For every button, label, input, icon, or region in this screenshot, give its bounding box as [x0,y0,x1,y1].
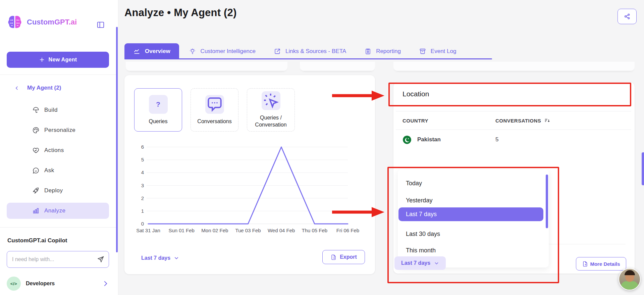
menu-item-this-month[interactable]: This month [398,244,543,257]
chevron-down-icon [434,261,439,266]
sidebar-item-developers[interactable]: </> Developers [7,277,109,291]
menu-item-last-7-days[interactable]: Last 7 days [398,207,543,221]
plus-icon [39,57,45,63]
sidebar-item-personalize[interactable]: Personalize [7,122,109,138]
tab-event-log[interactable]: Event Log [417,43,458,59]
location-card: Location COUNTRY CONVERSATIONS Pakistan5… [393,82,635,274]
sidebar-item-actions[interactable]: Actions [7,142,109,158]
location-range-dropdown[interactable]: Last 7 days [394,256,446,270]
sidebar-item-build[interactable]: Build [7,102,109,118]
sidebar-item-label: Build [44,107,58,113]
logo[interactable]: CustomGPT.ai [7,14,77,30]
menu-item-label: This month [406,247,436,254]
new-agent-label: New Agent [49,57,77,63]
report-icon [364,48,372,55]
x-tick-label: Sat 31 Jan [136,228,160,233]
page-scrollbar[interactable] [642,152,644,185]
ask-icon [32,167,40,174]
metric-toggle-label: Queries / Conversation [249,114,293,129]
metric-toggle-label: Queries [149,118,167,125]
copilot-input-wrap [7,251,109,268]
metric-toggle-conversations[interactable]: Conversations [191,88,238,132]
menu-item-label: Last 30 days [406,231,440,238]
actions-icon [32,147,40,154]
card-remnant [393,62,635,71]
user-avatar[interactable] [619,268,641,290]
tab-overview[interactable]: Overview [124,43,179,59]
chevron-right-icon [102,280,109,287]
more-details-button[interactable]: More Details [576,257,626,271]
y-tick-label: 5 [141,157,144,162]
pakistan-flag [402,135,412,144]
chart-range-label: Last 7 days [141,255,170,261]
menu-item-last-30-days[interactable]: Last 30 days [398,227,543,241]
menu-item-yesterday[interactable]: Yesterday [398,194,543,207]
chevron-left-icon [14,86,19,91]
menu-scrollbar[interactable] [546,175,548,228]
date-range-menu: TodayYesterdayLast 7 daysLast 30 daysThi… [398,169,549,267]
metric-toggle-queries-conversation[interactable]: Queries / Conversation [247,88,295,132]
column-header-country: COUNTRY [402,118,495,124]
send-icon[interactable] [97,256,104,263]
location-table: COUNTRY CONVERSATIONS Pakistan5 [396,111,631,149]
queries-chart-card: ?QueriesConversationsQueries / Conversat… [124,75,375,274]
build-icon [32,106,40,114]
new-agent-button[interactable]: New Agent [7,52,109,68]
more-details-label: More Details [590,261,620,267]
deploy-icon [32,187,40,194]
location-range-label: Last 7 days [401,260,430,266]
y-tick-label: 4 [141,169,144,175]
metric-toggle-queries[interactable]: ?Queries [134,88,182,132]
x-tick-label: Wed 04 Feb [268,228,295,233]
tab-bar: OverviewCustomer IntelligenceLinks & Sou… [124,43,473,59]
tab-label: Customer Intelligence [201,48,256,55]
export-label: Export [340,254,357,260]
code-icon: </> [7,277,21,291]
sidebar-item-ask[interactable]: Ask [7,162,109,179]
sidebar-item-label: Deploy [44,187,63,194]
avatar-shirt [621,281,638,290]
menu-item-today[interactable]: Today [398,177,543,190]
sidebar-item-analyze[interactable]: Analyze [7,203,109,219]
personalize-icon [32,127,40,134]
column-header-conversations: CONVERSATIONS [495,118,541,124]
x-tick-label: Fri 06 Feb [336,228,359,233]
y-tick-label: 6 [141,144,144,150]
copilot-input[interactable] [11,256,94,263]
analyze-icon [32,207,40,214]
metric-toggle-label: Conversations [197,118,231,125]
tab-links-sources-beta[interactable]: Links & Sources - BETA [272,43,348,59]
app-canvas: CustomGPT.ai New Agent My Agent (2) Buil… [0,0,644,295]
menu-item-label: Today [406,180,422,187]
annotation-arrow-dropdown [331,206,386,218]
sidebar-scrollbar[interactable] [116,27,118,252]
x-tick-label: Sun 01 Feb [168,228,195,233]
tab-reporting[interactable]: Reporting [363,43,402,59]
sidebar: CustomGPT.ai New Agent My Agent (2) Buil… [0,0,118,295]
export-button[interactable]: Export [322,250,365,264]
sidebar-item-my-agent-back[interactable]: My Agent (2) [14,85,61,91]
my-agent-label: My Agent (2) [27,85,61,91]
sort-desc-icon[interactable] [544,117,550,124]
brain-logo-icon [7,14,23,30]
location-table-header: COUNTRY CONVERSATIONS [396,111,631,130]
x-tick-label: Thu 05 Feb [302,228,327,233]
copilot-title: CustomGPT.ai Copilot [7,237,67,244]
sidebar-item-deploy[interactable]: Deploy [7,183,109,199]
question-icon: ? [149,95,168,114]
sidebar-collapse-icon[interactable] [94,19,106,31]
sidebar-nav: BuildPersonalizeActionsAskDeployAnalyze [7,102,109,223]
sidebar-item-label: Ask [44,167,54,174]
link-out-icon [274,48,281,55]
chart-range-dropdown[interactable]: Last 7 days [141,252,179,263]
table-divider [547,244,626,244]
metric-toggles: ?QueriesConversationsQueries / Conversat… [134,88,295,132]
sidebar-item-label: Actions [44,147,64,154]
location-table-body: Pakistan5 [396,130,631,149]
queries-line-chart: 0123456Sat 31 JanSun 01 FebMon 02 FebTue… [124,142,375,240]
tab-label: Reporting [376,48,401,55]
tab-customer-intelligence[interactable]: Customer Intelligence [187,43,257,59]
tab-label: Event Log [431,48,457,55]
table-row-pakistan[interactable]: Pakistan5 [396,130,631,149]
share-button[interactable] [618,9,637,24]
